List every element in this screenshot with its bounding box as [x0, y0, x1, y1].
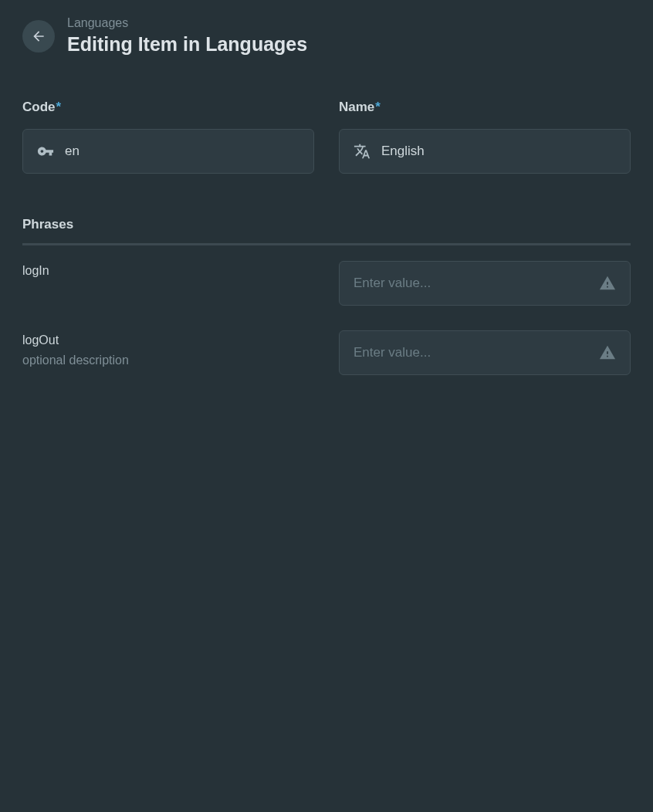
- name-input-wrapper: [339, 129, 631, 174]
- header-text: Languages Editing Item in Languages: [67, 15, 307, 56]
- form-row-main: Code* Name*: [22, 100, 631, 174]
- translate-icon: [354, 143, 370, 160]
- warning-icon: [599, 344, 616, 361]
- phrase-input-wrapper: [339, 330, 631, 375]
- phrase-row: logOut optional description: [22, 330, 631, 375]
- phrase-description: optional description: [22, 352, 314, 369]
- arrow-back-icon: [31, 29, 46, 44]
- back-button[interactable]: [22, 20, 55, 52]
- breadcrumb[interactable]: Languages: [67, 15, 307, 32]
- key-icon: [37, 143, 54, 160]
- phrase-login-input[interactable]: [354, 276, 591, 291]
- page-title: Editing Item in Languages: [67, 32, 307, 57]
- form-group-name: Name*: [339, 100, 631, 174]
- phrase-input-wrapper: [339, 261, 631, 306]
- code-input[interactable]: [65, 144, 299, 159]
- phrase-key-label: logOut: [22, 330, 314, 350]
- code-label: Code*: [22, 100, 314, 115]
- page-header: Languages Editing Item in Languages: [22, 15, 631, 56]
- required-star: *: [56, 100, 62, 114]
- phrase-logout-input[interactable]: [354, 345, 591, 360]
- phrase-label-col: logIn: [22, 261, 314, 281]
- warning-icon: [599, 275, 616, 292]
- phrase-input-col: [339, 330, 631, 375]
- section-phrases-header: Phrases: [22, 217, 631, 245]
- phrase-input-col: [339, 261, 631, 306]
- code-input-wrapper: [22, 129, 314, 174]
- name-label: Name*: [339, 100, 631, 115]
- phrase-row: logIn: [22, 261, 631, 306]
- phrase-label-col: logOut optional description: [22, 330, 314, 369]
- phrase-key-label: logIn: [22, 261, 314, 281]
- required-star: *: [375, 100, 381, 114]
- form-group-code: Code*: [22, 100, 314, 174]
- name-input[interactable]: [381, 144, 616, 159]
